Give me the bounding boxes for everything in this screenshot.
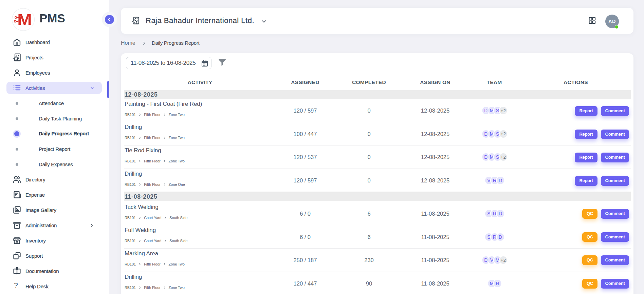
svg-text:M: M: [17, 11, 32, 28]
